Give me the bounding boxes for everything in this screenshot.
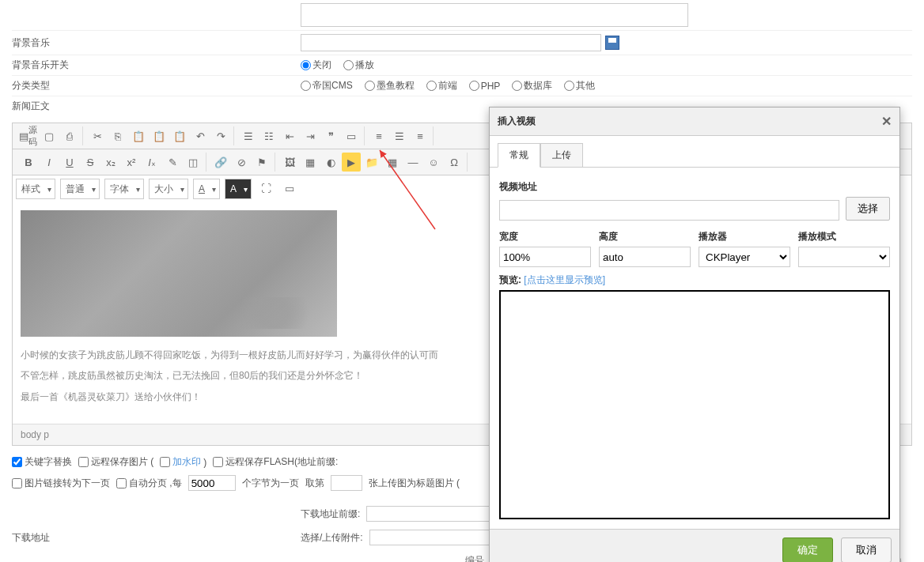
radio-close[interactable]: 关闭 [301,58,331,72]
flash-icon[interactable]: ◐ [321,153,340,172]
underline-icon[interactable]: U [60,153,79,172]
blocks-icon[interactable]: ▭ [280,179,299,198]
emoji-icon[interactable]: ☺ [424,153,443,172]
dl-addr-label: 下载地址 [12,531,294,545]
video-icon[interactable]: ▶ [342,153,361,172]
cat-other[interactable]: 其他 [564,79,595,92]
remove-format-icon[interactable]: Iₓ [142,153,161,172]
bg-music-input[interactable] [301,34,601,51]
save-icon[interactable] [605,36,619,50]
tab-upload[interactable]: 上传 [540,143,583,168]
bg-music-label: 背景音乐 [12,36,301,50]
player-label: 播放器 [699,230,790,243]
newpage-icon[interactable]: ▢ [40,126,59,145]
cut-icon[interactable]: ✂ [88,126,107,145]
insert-video-dialog: 插入视频 ✕ 常规 上传 视频地址 选择 宽度 高度 播放器 CKPlayer [489,107,900,562]
indent-icon[interactable]: ⇥ [301,126,320,145]
div-icon[interactable]: ▭ [342,126,361,145]
font-select[interactable]: 字体 [104,179,144,199]
align-right-icon[interactable]: ≡ [411,126,430,145]
player-select[interactable]: CKPlayer [699,247,790,267]
redo-icon[interactable]: ↷ [211,126,230,145]
keyword-replace-check[interactable]: 关键字替换 [12,455,72,469]
ok-button[interactable]: 确定 [782,537,833,562]
image-icon[interactable]: 🖼 [280,153,299,172]
upload-label: 选择/上传附件: [301,531,363,545]
remote-img-check[interactable]: 远程保存图片 ( [78,455,153,469]
align-center-icon[interactable]: ☰ [390,126,409,145]
height-label: 高度 [599,230,691,243]
eraser-icon[interactable]: ◫ [184,153,203,172]
radio-play[interactable]: 播放 [343,58,374,72]
cancel-first-input[interactable] [331,475,362,491]
superscript-icon[interactable]: x² [122,153,141,172]
img-link-next-check[interactable]: 图片链接转为下一页 [12,477,110,490]
outdent-icon[interactable]: ⇤ [280,126,299,145]
table-icon[interactable]: ▦ [383,153,402,172]
italic-icon[interactable]: I [40,153,59,172]
mode-select[interactable] [798,247,890,267]
undo-icon[interactable]: ↶ [191,126,210,145]
mode-label: 播放模式 [798,230,890,243]
paste-icon[interactable]: 📋 [129,126,148,145]
tab-general[interactable]: 常规 [498,143,540,168]
copy-icon[interactable]: ⎘ [108,126,127,145]
category-label: 分类类型 [12,79,301,92]
link-icon[interactable]: 🔗 [211,153,230,172]
cat-db[interactable]: 数据库 [512,79,552,92]
width-input[interactable] [499,247,591,267]
width-label: 宽度 [499,230,591,243]
dialog-title: 插入视频 [498,115,536,128]
bg-music-switch-label: 背景音乐开关 [12,58,301,72]
anchor-icon[interactable]: ⚑ [252,153,271,172]
cat-cms[interactable]: 帝国CMS [301,79,353,92]
preview-area [499,290,890,519]
align-left-icon[interactable]: ≡ [369,126,388,145]
paste-word-icon[interactable]: 📋 [170,126,189,145]
maximize-icon[interactable]: ⛶ [256,179,275,198]
height-input[interactable] [599,247,691,267]
special-char-icon[interactable]: Ω [445,153,464,172]
paste-text-icon[interactable]: 📋 [150,126,169,145]
remote-flash-check[interactable]: 远程保存FLASH(地址前缀: [213,455,338,469]
format-select[interactable]: 普通 [60,179,100,199]
news-content-label: 新闻正文 [12,100,301,113]
close-icon[interactable]: ✕ [881,114,892,129]
number-list-icon[interactable]: ☷ [259,126,278,145]
highlight-icon[interactable]: ✎ [163,153,182,172]
bold-icon[interactable]: B [19,153,38,172]
bg-color-select[interactable]: A [225,179,252,199]
auto-page-check[interactable]: 自动分页 ,每 [116,477,182,490]
styles-select[interactable]: 样式 [16,179,55,199]
cancel-button[interactable]: 取消 [841,537,892,562]
video-url-input[interactable] [499,200,839,221]
file-icon[interactable]: 📁 [362,153,381,172]
calendar-icon[interactable]: ▦ [301,153,320,172]
subscript-icon[interactable]: x₂ [101,153,120,172]
video-url-label: 视频地址 [499,180,890,194]
content-image [21,210,337,337]
bullet-list-icon[interactable]: ☰ [239,126,258,145]
size-select[interactable]: 大小 [149,179,188,199]
cat-moyu[interactable]: 墨鱼教程 [365,79,415,92]
preview-label: 预览: [499,274,521,285]
strike-icon[interactable]: S [81,153,100,172]
cat-php[interactable]: PHP [469,81,501,92]
video-select-button[interactable]: 选择 [846,197,890,221]
preview-link[interactable]: [点击这里显示预览] [524,274,605,285]
textarea-field[interactable] [301,3,688,27]
unlink-icon[interactable]: ⊘ [232,153,251,172]
print-icon[interactable]: ⎙ [60,126,79,145]
watermark-check[interactable]: 加水印 ) [160,455,206,469]
dl-prefix-label: 下载地址前缀: [301,507,360,521]
hr-icon[interactable]: — [403,153,422,172]
cat-frontend[interactable]: 前端 [426,79,457,92]
quote-icon[interactable]: ❞ [321,126,340,145]
source-button[interactable]: ▤ 源码 [19,126,38,145]
auto-page-input[interactable] [188,475,236,491]
text-color-select[interactable]: A [193,179,220,199]
